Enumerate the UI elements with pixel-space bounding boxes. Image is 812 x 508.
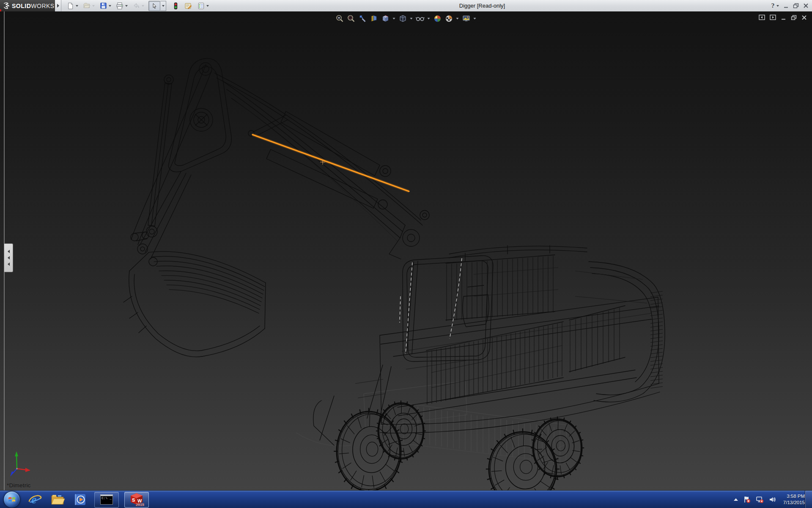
view-settings-caret[interactable]: [474, 18, 476, 19]
view-orientation-icon: [381, 14, 390, 23]
design-checklist-button[interactable]: [197, 1, 205, 11]
tray-expand-button[interactable]: [734, 498, 738, 501]
help-dropdown-caret: [776, 5, 779, 7]
internet-explorer-button[interactable]: e: [26, 491, 43, 508]
toolbar-expand-button[interactable]: [55, 0, 61, 11]
select-dropdown-caret[interactable]: [160, 1, 166, 11]
zoom-to-area-icon: [347, 14, 356, 23]
print-group: [115, 1, 128, 11]
volume-button[interactable]: [769, 496, 776, 503]
save-dropdown-caret[interactable]: [109, 5, 111, 7]
network-error-icon: [756, 496, 764, 503]
hide-show-items-button[interactable]: [416, 14, 425, 23]
media-player-button[interactable]: [72, 491, 89, 508]
doc-close-button[interactable]: [801, 15, 807, 20]
speaker-icon: [769, 496, 776, 503]
new-document-group: [66, 1, 78, 11]
new-document-button[interactable]: [66, 1, 74, 11]
taskbar: e C:\ _: [0, 490, 812, 508]
zoom-to-fit-button[interactable]: [335, 14, 345, 23]
view-orientation-button[interactable]: [381, 14, 390, 23]
selected-edge[interactable]: [252, 135, 409, 191]
view-orientation-caret[interactable]: [393, 18, 395, 19]
open-button[interactable]: [82, 1, 91, 11]
brand-text-bold: SOLID: [12, 3, 31, 9]
display-style-caret[interactable]: [410, 18, 413, 19]
print-button[interactable]: [115, 1, 124, 11]
apply-scene-icon: [445, 14, 453, 23]
flag-alert-icon: [743, 496, 751, 503]
apply-scene-caret[interactable]: [456, 18, 459, 19]
checklist-dropdown-caret[interactable]: [206, 5, 209, 7]
start-button[interactable]: [3, 491, 20, 508]
previous-view-button[interactable]: [358, 14, 368, 23]
expand-right-pane-button[interactable]: [770, 14, 776, 20]
doc-restore-button[interactable]: [791, 15, 797, 20]
save-floppy-icon: [100, 2, 107, 9]
undo-dropdown-caret[interactable]: [142, 5, 144, 7]
undo-button[interactable]: [132, 1, 140, 11]
minimize-button[interactable]: [783, 3, 789, 8]
previous-view-icon: [359, 14, 367, 23]
close-button[interactable]: [803, 3, 809, 8]
headsup-view-toolbar: [335, 14, 477, 23]
pane-right-icon: [770, 14, 776, 20]
title-bar: SOLIDWORKS: [0, 0, 812, 12]
hide-show-items-caret[interactable]: [428, 18, 430, 19]
solidworks-logo: SOLIDWORKS: [0, 0, 55, 11]
apply-scene-button[interactable]: [444, 14, 454, 23]
solidworks-3ds-icon: [3, 2, 12, 10]
traffic-light-button[interactable]: [171, 1, 180, 11]
checklist-icon: [198, 2, 205, 10]
file-explorer-button[interactable]: [49, 491, 66, 508]
print-dropdown-caret[interactable]: [125, 5, 128, 7]
display-style-button[interactable]: [398, 14, 408, 23]
edit-appearance-button[interactable]: [433, 14, 442, 23]
internet-explorer-icon: e: [27, 493, 42, 506]
command-prompt-button[interactable]: C:\ _: [94, 492, 119, 508]
view-settings-icon: [462, 14, 471, 23]
help-button[interactable]: ?: [771, 3, 779, 9]
doc-close-icon: [801, 15, 807, 20]
zoom-to-area-button[interactable]: [347, 14, 356, 23]
help-icon: ?: [771, 3, 774, 9]
doc-minimize-button[interactable]: [781, 15, 786, 20]
new-document-icon: [67, 2, 74, 10]
cursor-crosshair: [320, 160, 325, 165]
media-player-icon: [74, 493, 87, 506]
tab-arrow-icon: [8, 256, 10, 260]
open-dropdown-caret[interactable]: [92, 5, 95, 7]
network-status-button[interactable]: [756, 496, 764, 503]
section-view-button[interactable]: [370, 14, 379, 23]
new-dropdown-caret[interactable]: [76, 5, 78, 7]
feature-manager-collapsed-tab[interactable]: [4, 243, 13, 272]
doc-minimize-icon: [781, 15, 786, 20]
chevron-up-icon: [734, 498, 738, 501]
action-center-button[interactable]: [743, 496, 751, 503]
view-orientation-label: *Dimetric: [7, 482, 31, 489]
svg-text:S: S: [132, 497, 135, 502]
appearance-ball-icon: [433, 14, 442, 23]
solidworks-app-icon: S W 2015: [129, 493, 144, 506]
solidworks-taskbar-button[interactable]: S W 2015: [124, 492, 149, 508]
view-settings-button[interactable]: [462, 14, 471, 23]
windows-flag-icon: [8, 496, 16, 503]
comment-button[interactable]: [184, 1, 192, 11]
display-style-icon: [399, 14, 407, 23]
collapse-left-pane-button[interactable]: [759, 14, 765, 20]
save-button[interactable]: [99, 1, 107, 11]
show-desktop-button[interactable]: [805, 491, 812, 508]
brand-text-light: WORKS: [31, 3, 54, 9]
graphics-viewport[interactable]: *Dimetric: [0, 11, 812, 490]
system-tray: 3:58 PM 7/13/2015: [734, 491, 805, 508]
select-tool-button[interactable]: [148, 1, 160, 11]
select-group: [148, 1, 166, 11]
pane-left-icon: [759, 14, 765, 20]
taskbar-clock[interactable]: 3:58 PM 7/13/2015: [782, 493, 805, 506]
selected-edge-glow: [252, 135, 409, 191]
window-title: Digger [Read-only]: [459, 0, 505, 11]
folder-icon: [50, 493, 65, 506]
clock-time: 3:58 PM: [783, 493, 805, 500]
restore-button[interactable]: [793, 3, 799, 8]
close-icon: [803, 3, 809, 8]
